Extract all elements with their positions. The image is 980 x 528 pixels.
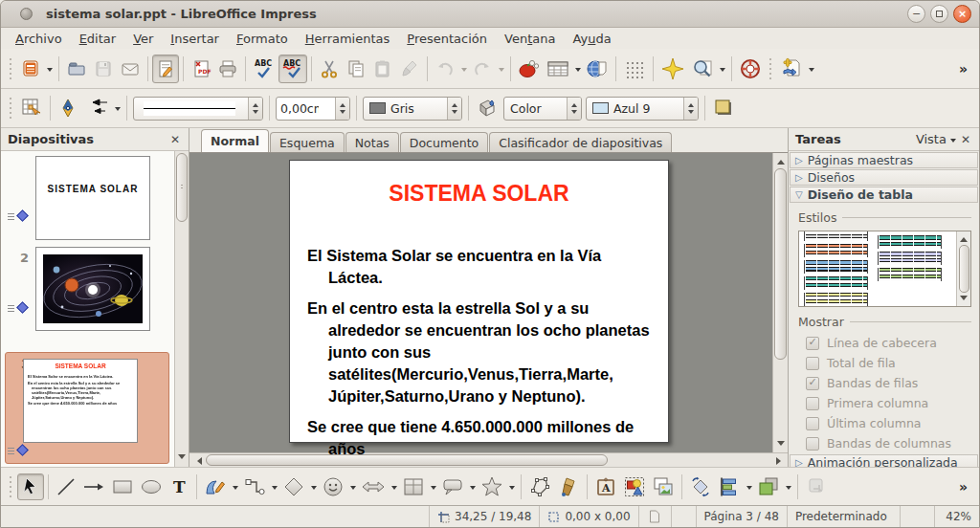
menu-herramientas[interactable]: Herramientas [297,30,399,48]
close-button[interactable]: × [953,5,971,23]
scroll-down-icon[interactable] [773,438,789,452]
alignment-dropdown[interactable] [744,473,754,501]
arrange-button[interactable] [754,473,783,500]
fill-type-spinner[interactable] [567,98,581,120]
block-arrows-button[interactable] [358,473,389,500]
fill-color-combo[interactable]: Azul 9 [586,97,699,121]
slide-paragraph[interactable]: Se cree que tiene 4.650.000.000 millones… [307,416,655,460]
status-zoom-value[interactable]: 42% [935,506,979,527]
basic-shapes-dropdown[interactable] [308,473,319,501]
from-file-button[interactable] [620,473,649,500]
connector-button[interactable] [240,473,269,500]
hyperlink-button[interactable] [583,55,612,83]
table-styles-listbox[interactable] [798,231,971,307]
symbol-shapes-dropdown[interactable] [347,473,358,501]
checkbox-icon[interactable]: ✓ [806,337,819,350]
line-style-combo[interactable] [133,97,263,121]
transition-icon[interactable] [8,302,29,316]
slide-body-text[interactable]: El Sistema Solar se encuentra en la Vía … [307,245,655,460]
insert-table-button[interactable] [544,55,572,83]
arrow-style-button[interactable] [81,94,112,122]
scroll-down-icon[interactable] [956,294,971,306]
slides-panel-close-icon[interactable]: ✕ [168,133,182,146]
menu-ventana[interactable]: Ventana [496,30,564,48]
line-width-input[interactable] [277,101,323,116]
checkbox-icon[interactable]: ✓ [806,437,819,451]
template-dropdown[interactable] [806,55,816,83]
line-width-spinner[interactable] [335,98,349,120]
drawbar-overflow-button[interactable]: » [951,479,975,495]
table-dropdown[interactable] [572,55,583,83]
fontwork-button[interactable]: A [591,473,620,500]
transition-icon[interactable] [8,445,29,458]
gallery-button[interactable] [649,473,678,500]
title-bar[interactable]: sistema solar.ppt - LibreOffice Impress … [1,1,979,28]
edit-file-button[interactable] [152,55,179,83]
open-button[interactable] [63,55,90,83]
stars-dropdown[interactable] [506,473,517,501]
callouts-dropdown[interactable] [467,473,478,501]
styles-scrollbar[interactable] [956,231,970,306]
slides-scrollbar-thumb[interactable] [176,153,188,222]
table-style-teal2[interactable] [878,235,942,249]
line-color-spinner[interactable] [447,98,461,120]
toolbar-grip[interactable] [8,476,14,497]
tab-esquema[interactable]: Esquema [270,132,345,152]
select-button[interactable] [17,473,44,500]
checkbox-icon[interactable]: ✓ [806,397,819,410]
check-ultima-columna[interactable]: ✓ Última columna [806,413,979,433]
status-zoom-slider[interactable] [901,506,935,527]
menu-ver[interactable]: Ver [124,30,162,48]
toolbar-overflow-button[interactable]: » [951,61,975,77]
minimize-button[interactable]: − [907,5,925,23]
print-button[interactable] [214,55,241,83]
menu-editar[interactable]: Editar [71,30,125,48]
text-button[interactable]: T [166,473,192,500]
menu-formato[interactable]: Formato [228,30,297,48]
line-button[interactable] [53,473,79,500]
menu-archivo[interactable]: Archivo [7,30,71,48]
arrange-dropdown[interactable] [783,473,793,501]
scroll-up-icon[interactable] [956,231,971,244]
block-arrows-dropdown[interactable] [389,473,399,501]
checkbox-icon[interactable]: ✓ [806,417,819,430]
styles-scroll-thumb[interactable] [959,245,969,293]
callouts-button[interactable] [438,473,467,500]
status-style[interactable]: Predeterminado [788,506,901,527]
table-style-orange[interactable] [804,244,868,257]
menu-insertar[interactable]: Insertar [162,30,228,48]
alignment-button[interactable] [715,473,744,500]
edit-points-button[interactable] [525,473,554,500]
curve-dropdown[interactable] [230,473,240,501]
slide-thumbnail-3[interactable]: SISTEMA SOLAR El Sistema Solar se encuen… [23,359,138,443]
checkbox-icon[interactable]: ✓ [806,357,819,370]
shadow-button[interactable] [709,94,738,122]
tab-documento[interactable]: Documento [400,132,488,152]
ellipse-button[interactable] [137,473,166,500]
tab-normal[interactable]: Normal [201,129,269,152]
transition-icon[interactable] [8,210,29,224]
arrow-button[interactable] [79,473,108,500]
slides-scrollbar[interactable] [174,151,189,467]
slide-thumbnail-1[interactable]: SISTEMA SOLAR [35,156,150,240]
table-style-green[interactable] [878,268,942,281]
view-menu[interactable]: Vista [916,132,947,146]
slide-title[interactable]: SISTEMA SOLAR [290,181,668,207]
vertical-scrollbar[interactable] [772,153,788,452]
copy-button[interactable] [343,55,369,83]
menu-presentacion[interactable]: Presentación [398,30,496,48]
symbol-shapes-button[interactable] [319,473,347,500]
maximize-button[interactable] [930,5,948,23]
checkbox-icon[interactable]: ✓ [806,377,819,390]
display-grid-button[interactable] [620,55,649,83]
glue-points-button[interactable] [554,473,583,500]
curve-button[interactable] [201,473,230,500]
menu-ayuda[interactable]: Ayuda [564,30,619,48]
check-bandas-de-columnas[interactable]: ✓ Bandas de columnas [806,433,979,453]
section-diseno-de-tabla[interactable]: ▽ Diseño de tabla [790,187,978,203]
new-from-template-button[interactable] [777,55,806,83]
stars-button[interactable] [478,473,506,500]
basic-shapes-button[interactable] [279,473,308,500]
new-presentation-button[interactable] [17,55,44,83]
area-style-button[interactable] [473,94,501,122]
